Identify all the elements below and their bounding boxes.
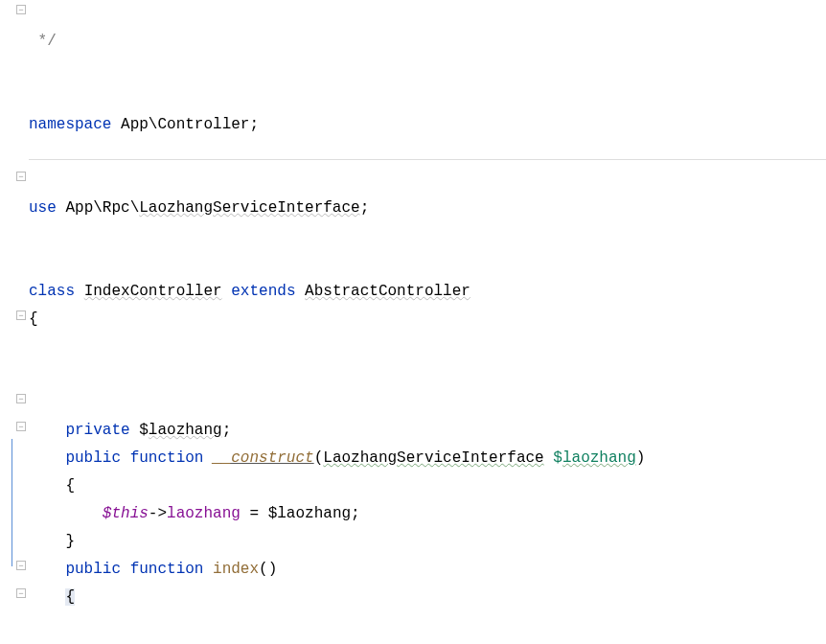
editor-gutter: − − − − − − − (0, 0, 27, 644)
this-var: this (111, 505, 148, 522)
param-name: laozhang (562, 449, 636, 467)
change-marker (11, 439, 12, 566)
param-type: LaozhangServiceInterface (323, 449, 543, 467)
keyword: public (65, 561, 121, 578)
sigil: $ (268, 505, 278, 522)
keyword: extends (231, 283, 295, 300)
punct: ; (351, 505, 360, 522)
keyword: class (29, 283, 75, 300)
keyword: public (65, 449, 121, 467)
fold-icon[interactable]: − (16, 588, 26, 598)
fold-icon[interactable]: − (16, 310, 26, 320)
sigil: $ (139, 422, 149, 439)
punct: ) (636, 449, 646, 467)
property-name: laozhang (149, 422, 222, 439)
method-name: __construct (213, 449, 314, 467)
interface-name: LaozhangServiceInterface (139, 199, 359, 217)
comment-text: */ (29, 33, 57, 50)
keyword: private (65, 422, 129, 439)
fold-icon[interactable]: − (16, 561, 26, 570)
punct: ; (360, 199, 370, 217)
fold-icon[interactable]: − (16, 422, 26, 431)
namespace-name: App\Controller (121, 116, 249, 133)
sigil: $ (103, 505, 112, 522)
code-editor[interactable]: */ namespace App\Controller; use App\Rpc… (29, 0, 826, 644)
property-access: laozhang (167, 505, 241, 522)
punct: ( (314, 449, 324, 467)
brace-close: } (65, 533, 75, 550)
brace-open: { (65, 477, 75, 494)
keyword: use (29, 199, 57, 217)
punct: () (259, 561, 277, 578)
keyword: function (130, 561, 204, 578)
punct: ; (222, 422, 232, 439)
sigil: $ (553, 449, 562, 467)
fold-icon[interactable]: − (16, 172, 26, 181)
punct: = (241, 505, 268, 522)
fold-icon[interactable]: − (16, 5, 26, 14)
method-name: index (213, 561, 259, 578)
var-name: laozhang (277, 505, 351, 522)
fold-icon[interactable]: − (16, 394, 26, 403)
brace-open: { (65, 588, 75, 606)
use-path: App\Rpc\ (65, 199, 139, 217)
keyword: namespace (29, 116, 111, 133)
class-name: AbstractController (305, 283, 470, 300)
brace-open: { (29, 310, 38, 328)
keyword: function (130, 449, 204, 467)
class-name: IndexController (84, 283, 222, 300)
punct: ; (249, 116, 259, 133)
punct: -> (149, 505, 167, 522)
